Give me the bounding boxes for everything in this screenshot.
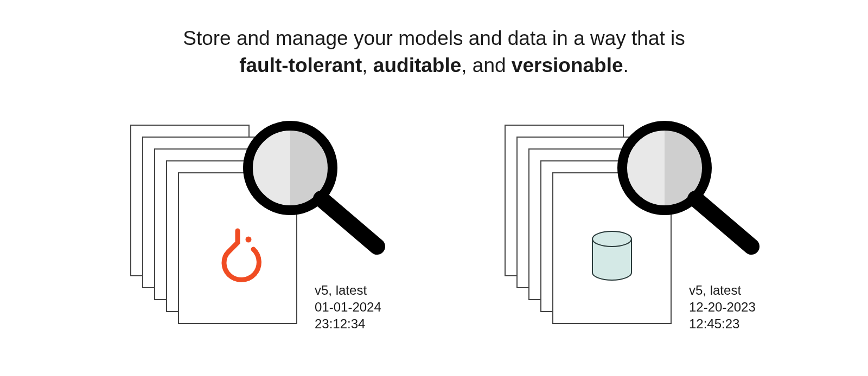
version-meta: v5, latest 01-01-2024 23:12:34: [315, 282, 381, 333]
version-time: 23:12:34: [315, 315, 381, 332]
headline-sep1: ,: [362, 54, 373, 76]
version-date: 01-01-2024: [315, 299, 381, 315]
headline-suffix: .: [623, 54, 629, 76]
model-versions-group: v5, latest 01-01-2024 23:12:34: [114, 125, 418, 341]
headline-prefix: Store and manage your models and data in…: [183, 27, 685, 49]
headline-kw-fault-tolerant: fault-tolerant: [239, 54, 362, 76]
headline-kw-versionable: versionable: [512, 54, 623, 76]
svg-line-3: [321, 199, 377, 247]
svg-line-7: [695, 199, 751, 247]
headline: Store and manage your models and data in…: [0, 25, 868, 79]
data-versions-group: v5, latest 12-20-2023 12:45:23: [488, 125, 792, 341]
version-label: v5, latest: [315, 282, 381, 299]
magnifying-glass-icon: [613, 119, 765, 260]
headline-sep2: , and: [461, 54, 512, 76]
version-label: v5, latest: [689, 282, 756, 299]
version-time: 12:45:23: [689, 315, 756, 332]
diagram-stage: v5, latest 01-01-2024 23:12:34: [0, 125, 868, 352]
version-date: 12-20-2023: [689, 299, 756, 315]
headline-kw-auditable: auditable: [373, 54, 461, 76]
magnifying-glass-icon: [239, 119, 391, 260]
version-meta: v5, latest 12-20-2023 12:45:23: [689, 282, 756, 333]
